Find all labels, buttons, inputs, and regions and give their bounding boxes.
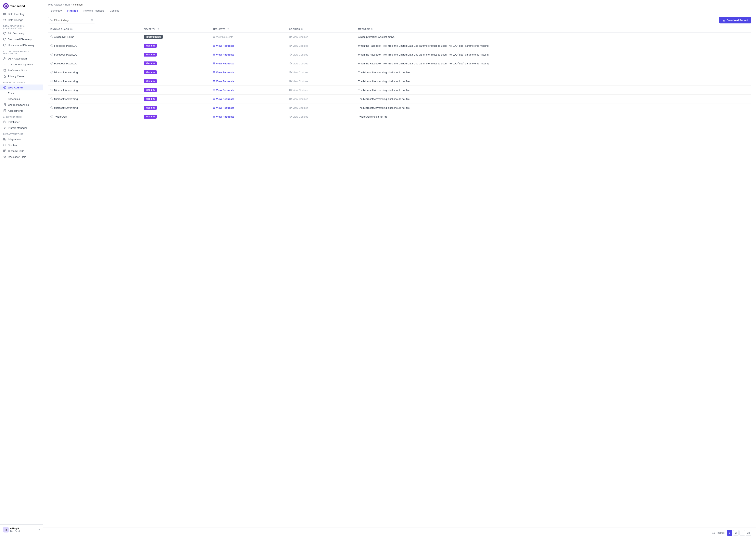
page-btn-1[interactable]: 1 — [727, 530, 732, 536]
filter-input[interactable] — [54, 19, 89, 22]
row-info-icon: ⓘ — [50, 106, 53, 110]
cookies-cell: View Cookies — [287, 112, 356, 121]
finding-class-cell: ⓘ Microsoft Advertising — [48, 103, 141, 112]
cookies-cell: View Cookies — [287, 103, 356, 112]
cookies-cell: View Cookies — [287, 77, 356, 86]
view-requests-link[interactable]: View Requests — [213, 53, 284, 56]
sidebar-item-label: Integrations — [8, 138, 21, 141]
view-requests-link[interactable]: View Requests — [213, 71, 284, 74]
sidebar: Transcend Data Inventory Data Lineage Da… — [0, 0, 43, 538]
sidebar-item-prompt-manager[interactable]: Prompt Manager — [0, 125, 43, 131]
logo: Transcend — [0, 0, 43, 11]
integrations-icon — [3, 137, 6, 141]
svg-rect-32 — [4, 150, 5, 151]
page-btn-2[interactable]: 2 — [733, 530, 739, 536]
cookies-cell: View Cookies — [287, 86, 356, 94]
sidebar-item-integrations[interactable]: Integrations — [0, 136, 43, 142]
eye-icon — [213, 62, 215, 65]
tab-summary[interactable]: Summary — [48, 8, 65, 14]
view-requests-link[interactable]: View Requests — [213, 115, 284, 118]
sidebar-item-schedules[interactable]: Schedules — [0, 96, 43, 102]
sidebar-item-assessments[interactable]: Assessments — [0, 108, 43, 114]
svg-point-47 — [213, 54, 215, 55]
view-requests-link[interactable]: View Requests — [213, 106, 284, 109]
tab-findings[interactable]: Findings — [65, 8, 81, 14]
sidebar-item-data-inventory[interactable]: Data Inventory — [0, 11, 43, 17]
add-filter-icon[interactable]: ⊕ — [91, 18, 93, 22]
breadcrumb: Web Auditor › Run › Findings — [43, 0, 756, 6]
eye-icon-cookies — [289, 71, 292, 74]
view-requests-link[interactable]: View Requests — [213, 62, 284, 65]
requests-cell: View Requests — [210, 112, 287, 121]
severity-cell: Medium — [141, 86, 210, 94]
svg-rect-12 — [4, 69, 6, 71]
view-requests-link[interactable]: View Requests — [213, 80, 284, 83]
tabs: Summary Findings Network Requests Cookie… — [43, 6, 756, 14]
sidebar-item-pathfinder[interactable]: Pathfinder — [0, 119, 43, 125]
view-requests-link[interactable]: View Requests — [213, 97, 284, 100]
view-requests-link[interactable]: View Requests — [213, 89, 284, 92]
page-btn-next[interactable]: › — [739, 530, 745, 536]
view-requests-link[interactable]: View Requests — [213, 44, 284, 47]
sidebar-item-data-lineage[interactable]: Data Lineage — [0, 17, 43, 23]
footer-chevron-icon[interactable]: ▾ — [39, 528, 40, 531]
svg-point-54 — [290, 63, 291, 64]
finding-class-cell: ⓘ Microsoft Advertising — [48, 94, 141, 103]
sidebar-item-label: Assessments — [8, 109, 23, 112]
breadcrumb-sep-2: › — [71, 3, 72, 6]
finding-class-cell: ⓘ Facebook Pixel LDU — [48, 41, 141, 50]
message-cell: Airgap protection was not active. — [356, 32, 751, 41]
svg-point-42 — [290, 36, 291, 37]
view-cookies-link: View Cookies — [289, 62, 354, 65]
sidebar-item-consent-management[interactable]: Consent Management — [0, 62, 43, 67]
svg-point-61 — [289, 81, 292, 82]
svg-point-60 — [213, 81, 214, 81]
unstructured-discovery-icon — [3, 43, 6, 47]
logo-text: Transcend — [10, 4, 25, 8]
sidebar-item-unstructured-discovery[interactable]: Unstructured Discovery — [0, 42, 43, 48]
message-cell: Twitter Ads should not fire. — [356, 112, 751, 121]
breadcrumb-web-auditor[interactable]: Web Auditor — [48, 3, 62, 6]
tab-network-requests[interactable]: Network Requests — [81, 8, 107, 14]
sidebar-item-privacy-center[interactable]: Privacy Center — [0, 73, 43, 79]
row-info-icon: ⓘ — [50, 97, 53, 101]
sidebar-item-contract-scanning[interactable]: Contract Scanning — [0, 102, 43, 108]
svg-rect-27 — [5, 138, 6, 139]
tab-cookies[interactable]: Cookies — [107, 8, 122, 14]
severity-badge: Informational — [144, 35, 163, 39]
sidebar-item-web-auditor[interactable]: Web Auditor — [0, 84, 43, 90]
eye-icon-cookies — [289, 35, 292, 38]
sidebar-item-custom-fields[interactable]: Custom Fields — [0, 148, 43, 154]
finding-class-cell: ⓘ Microsoft Advertising — [48, 86, 141, 94]
main-content: Web Auditor › Run › Findings Summary Fin… — [43, 0, 756, 538]
page-btn-last[interactable]: 10 — [746, 530, 751, 536]
eye-icon-disabled — [213, 35, 215, 38]
svg-point-48 — [213, 54, 214, 55]
findings-table: Finding Class ⓘ Severity ⓘ Requests ⓘ Co… — [48, 26, 751, 121]
svg-point-65 — [289, 89, 292, 91]
section-label-privacy-ops: Autonomous Privacy Operations — [0, 48, 43, 56]
table-row: ⓘ Microsoft Advertising Medium View Requ… — [48, 94, 751, 103]
breadcrumb-run[interactable]: Run — [65, 3, 70, 6]
sidebar-item-developer-tools[interactable]: Developer Tools — [0, 154, 43, 160]
toolbar: ⊕ Download Report — [43, 14, 756, 26]
svg-point-43 — [213, 45, 215, 46]
custom-fields-icon — [3, 149, 6, 152]
svg-rect-28 — [4, 139, 5, 140]
col-finding-class: Finding Class ⓘ — [48, 26, 141, 32]
sidebar-item-preference-store[interactable]: Preference Store — [0, 67, 43, 73]
sidebar-item-silo-discovery[interactable]: Silo Discovery — [0, 30, 43, 36]
eye-icon-cookies — [289, 97, 292, 100]
requests-cell: View Requests — [210, 59, 287, 68]
message-cell: When the Facebook Pixel fires, the Limit… — [356, 41, 751, 50]
finding-class-cell: ⓘ Twitter Ads — [48, 112, 141, 121]
severity-badge: Medium — [144, 62, 157, 65]
sidebar-item-structured-discovery[interactable]: Structured Discovery — [0, 36, 43, 42]
view-cookies-link: View Cookies — [289, 80, 354, 83]
download-report-button[interactable]: Download Report — [719, 17, 751, 24]
cookies-cell: View Cookies — [287, 50, 356, 59]
sidebar-item-sombra[interactable]: Sombra — [0, 142, 43, 148]
footer-sub: Ben Brook — [10, 530, 20, 532]
sidebar-item-runs[interactable]: Runs — [0, 90, 43, 96]
sidebar-item-dsr-automation[interactable]: DSR Automation — [0, 56, 43, 62]
